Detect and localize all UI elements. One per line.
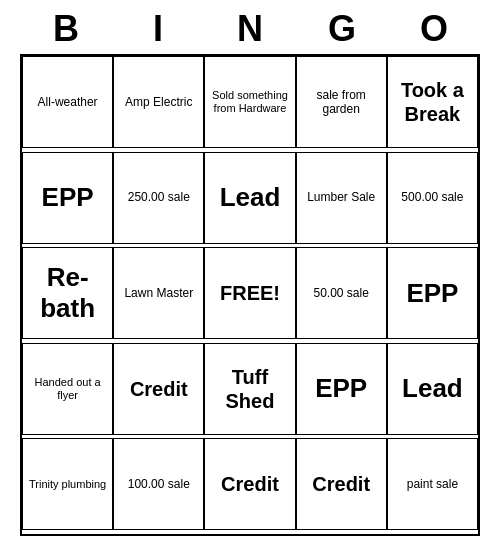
bingo-cell-7: Lead [204, 152, 295, 244]
bingo-cell-22: Credit [204, 438, 295, 530]
bingo-grid: All-weatherAmp ElectricSold something fr… [20, 54, 480, 536]
bingo-cell-0: All-weather [22, 56, 113, 148]
header-letter-g: G [298, 8, 386, 50]
bingo-cell-15: Handed out a flyer [22, 343, 113, 435]
bingo-cell-17: Tuff Shed [204, 343, 295, 435]
bingo-cell-3: sale from garden [296, 56, 387, 148]
bingo-cell-11: Lawn Master [113, 247, 204, 339]
bingo-cell-10: Re-bath [22, 247, 113, 339]
bingo-cell-23: Credit [296, 438, 387, 530]
bingo-cell-24: paint sale [387, 438, 478, 530]
bingo-cell-13: 50.00 sale [296, 247, 387, 339]
bingo-cell-6: 250.00 sale [113, 152, 204, 244]
bingo-cell-18: EPP [296, 343, 387, 435]
bingo-cell-9: 500.00 sale [387, 152, 478, 244]
bingo-cell-14: EPP [387, 247, 478, 339]
bingo-cell-12: FREE! [204, 247, 295, 339]
bingo-header: B I N G O [20, 0, 480, 54]
bingo-cell-5: EPP [22, 152, 113, 244]
header-letter-n: N [206, 8, 294, 50]
bingo-cell-16: Credit [113, 343, 204, 435]
bingo-cell-2: Sold something from Hardware [204, 56, 295, 148]
bingo-cell-19: Lead [387, 343, 478, 435]
bingo-cell-20: Trinity plumbing [22, 438, 113, 530]
header-letter-o: O [390, 8, 478, 50]
bingo-cell-21: 100.00 sale [113, 438, 204, 530]
header-letter-i: I [114, 8, 202, 50]
bingo-cell-4: Took a Break [387, 56, 478, 148]
bingo-cell-1: Amp Electric [113, 56, 204, 148]
bingo-cell-8: Lumber Sale [296, 152, 387, 244]
header-letter-b: B [22, 8, 110, 50]
